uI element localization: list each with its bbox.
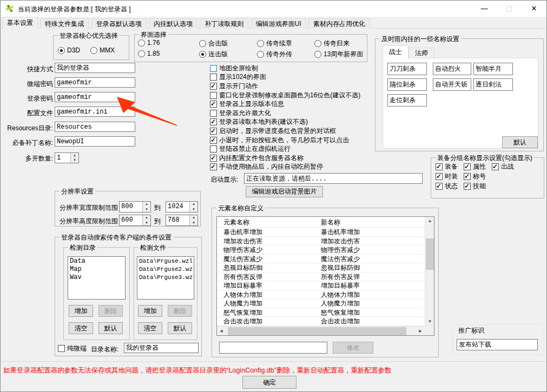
tab-special-files[interactable]: 特殊文件集成: [40, 18, 89, 29]
micro-password-field[interactable]: [55, 77, 135, 88]
shortcut-name-field[interactable]: [55, 63, 135, 73]
table-row[interactable]: 合击攻击增加合击攻击增加: [217, 317, 426, 326]
multi-open-stepper[interactable]: 1 ▲▼: [55, 152, 79, 163]
radio-mmx[interactable]: MMX: [90, 46, 115, 54]
dir-clear-button[interactable]: 清空: [69, 322, 93, 334]
login-password-label: 登录密码: [1, 94, 53, 103]
edit-bg-image-button[interactable]: 编辑游戏启动背景图片: [246, 186, 323, 197]
file-add-button[interactable]: 增加: [138, 305, 162, 317]
scroll-up-icon[interactable]: ▲: [425, 217, 434, 225]
element-table[interactable]: 元素名称 新名称 暴击机率增加暴击机率增加 增加攻击伤害增加攻击伤害 物理伤害减…: [216, 216, 434, 336]
skill-names-default-button[interactable]: 默认: [502, 136, 538, 148]
tab-edit-game-ui[interactable]: 编辑游戏界面UI: [251, 18, 306, 29]
startup-display-field[interactable]: [244, 173, 423, 184]
file-clear-button[interactable]: 清空: [138, 322, 162, 334]
table-row[interactable]: 人物魔力增加人物魔力增加: [217, 299, 426, 308]
tab-launcher-defaults[interactable]: 登录器默认选项: [91, 18, 147, 29]
radio-lianji[interactable]: 连击版: [199, 50, 228, 59]
dir-default-button[interactable]: 默认: [98, 322, 123, 334]
table-row[interactable]: 所有伤害反弹所有伤害反弹: [217, 273, 426, 282]
radio-waizhuan[interactable]: 传奇外传: [257, 50, 292, 59]
radio-13th[interactable]: 13周年新界面: [314, 50, 363, 59]
skill-checkbox[interactable]: 技能: [464, 182, 486, 191]
login-password-field[interactable]: [55, 92, 135, 102]
radio-heji[interactable]: 合击版: [199, 39, 228, 48]
height-max-spinner[interactable]: 768▲▼: [166, 215, 198, 226]
fashion-checkbox[interactable]: 时装: [436, 172, 458, 181]
radio-xuzhang[interactable]: 传奇续章: [257, 39, 292, 48]
minimize-button[interactable]: —: [472, 1, 497, 17]
vertical-scroll-thumb[interactable]: [426, 238, 434, 270]
radio-d3d[interactable]: D3D: [58, 46, 80, 54]
horizontal-scroll-thumb[interactable]: [228, 327, 406, 335]
skill-name-field-5[interactable]: [433, 78, 471, 91]
list-item[interactable]: Wav: [70, 274, 123, 282]
list-item[interactable]: Data\Prguse3.wzl: [139, 274, 192, 282]
horizontal-scrollbar[interactable]: ◄ ►: [217, 326, 425, 335]
skill-name-field-6[interactable]: [473, 78, 513, 91]
resources-dir-field[interactable]: [55, 122, 135, 132]
dir-delete-button[interactable]: 删除: [98, 305, 123, 317]
patch-name-field[interactable]: [55, 136, 135, 147]
stepper-arrows-icon[interactable]: ▲▼: [70, 153, 78, 163]
radio-176[interactable]: 1.76: [138, 39, 160, 46]
table-row[interactable]: 增加攻击伤害增加攻击伤害: [217, 237, 426, 246]
list-item[interactable]: Data: [70, 257, 123, 265]
promo-field[interactable]: [457, 339, 538, 350]
ok-button[interactable]: 确定: [242, 376, 296, 389]
table-row[interactable]: 暴击机率增加暴击机率增加: [217, 228, 426, 237]
modify-button[interactable]: 修改: [333, 342, 373, 354]
dir-add-button[interactable]: 增加: [69, 305, 93, 317]
tab-mage[interactable]: 法师: [408, 48, 434, 58]
list-item[interactable]: Data\Prguse2.wzl: [139, 265, 192, 274]
scroll-down-icon[interactable]: ▼: [425, 317, 434, 326]
detect-file-listbox[interactable]: Data\Prguse.wzl Data\Prguse2.wzl Data\Pr…: [137, 256, 194, 300]
list-item[interactable]: Map: [70, 265, 123, 274]
width-min-spinner[interactable]: 800▲▼: [119, 201, 151, 212]
vertical-scrollbar[interactable]: ▲ ▼: [425, 217, 434, 326]
config-include-server-name-checkbox[interactable]: 内挂配置文件包含服务器名称: [210, 154, 426, 163]
list-item[interactable]: Data\Prguse.wzl: [139, 257, 192, 265]
dir-name-field[interactable]: [124, 343, 199, 353]
tab-memory-optimize[interactable]: 素材内存占用优化: [308, 18, 370, 29]
status-checkbox[interactable]: 状态: [436, 182, 458, 191]
width-max-spinner[interactable]: 1024▲▼: [166, 201, 198, 212]
tab-warrior[interactable]: 战士: [383, 45, 408, 58]
skill-name-field-7[interactable]: [387, 94, 427, 107]
pause-auto-potion-checkbox[interactable]: 手动使用物品后，内挂自动吃药暂停: [210, 163, 426, 172]
pure-micro-checkbox[interactable]: 纯微端: [58, 344, 87, 353]
table-row[interactable]: 魔法伤害减少魔法伤害减少: [217, 255, 426, 264]
table-row[interactable]: 物理伤害减少物理伤害减少: [217, 245, 426, 255]
detect-dir-listbox[interactable]: Data Map Wav: [68, 256, 126, 300]
file-delete-button[interactable]: 删除: [168, 305, 192, 317]
tab-basic-settings[interactable]: 基本设置: [2, 17, 38, 29]
skill-name-field-3[interactable]: [473, 63, 513, 75]
close-button[interactable]: ✕: [522, 1, 546, 17]
title-checkbox[interactable]: 称号: [464, 172, 486, 181]
skill-name-field-2[interactable]: [433, 63, 471, 75]
table-row[interactable]: 增加目标暴率增加目标暴率: [217, 281, 426, 290]
table-row[interactable]: 忽视目标防御忽视目标防御: [217, 263, 426, 273]
ui-version-group: 界面选择 1.76 1.85 合击版 连击版 传奇续章 传奇外传 传奇归来 13…: [134, 34, 367, 62]
radio-guilai[interactable]: 传奇归来: [314, 39, 350, 48]
rename-input[interactable]: [219, 342, 327, 354]
client-search-group-title: 登录器自动搜索传奇客户端的条件设置: [60, 233, 173, 242]
table-row[interactable]: 怒气恢复增加怒气恢复增加: [217, 308, 426, 317]
scrollbar-corner: [425, 326, 434, 335]
tab-plugin-defaults[interactable]: 内挂默认选项: [149, 18, 197, 29]
scroll-left-icon[interactable]: ◄: [217, 327, 226, 336]
skill-name-field-1[interactable]: [387, 63, 427, 75]
scroll-right-icon[interactable]: ►: [416, 327, 425, 336]
config-file-field[interactable]: [55, 107, 135, 117]
battle-checkbox[interactable]: 出战: [492, 162, 514, 171]
equip-checkbox[interactable]: 装备: [436, 162, 458, 171]
skill-name-field-4[interactable]: [387, 78, 427, 91]
table-row[interactable]: 人物体力增加人物体力增加: [217, 290, 426, 300]
file-default-button[interactable]: 默认: [168, 322, 192, 334]
attr-checkbox[interactable]: 属性: [464, 162, 486, 171]
equip-display-group-title: 装备分组名称显示设置(勾选显示): [436, 154, 534, 163]
maximize-button[interactable]: ▢: [497, 1, 522, 17]
height-min-spinner[interactable]: 600▲▼: [119, 215, 151, 226]
radio-185[interactable]: 1.85: [138, 50, 160, 57]
tab-patch-rules[interactable]: 补丁读取规则: [200, 18, 248, 29]
